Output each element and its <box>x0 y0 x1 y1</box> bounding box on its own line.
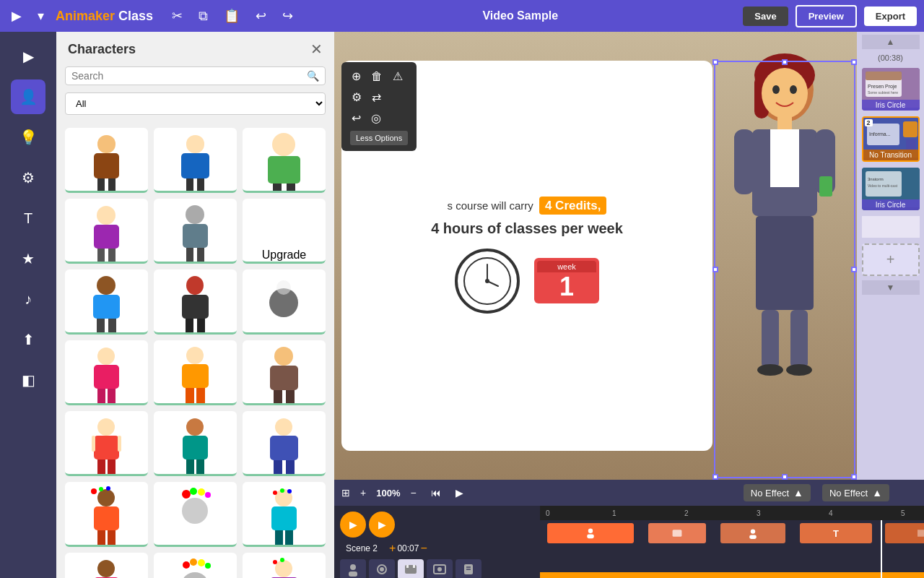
resize-handle-tl[interactable] <box>712 59 718 65</box>
character-item[interactable] <box>154 482 237 547</box>
svg-point-73 <box>280 488 284 493</box>
sidebar-item-upload[interactable]: ⬆ <box>11 322 45 357</box>
exit-effect-arrow[interactable]: ▲ <box>872 487 882 499</box>
sidebar-item-bg[interactable]: ◧ <box>11 363 45 397</box>
character-item[interactable] <box>154 269 237 335</box>
skip-back-button[interactable]: ⏮ <box>427 486 445 500</box>
toolbar-circle-btn[interactable]: ◎ <box>370 110 383 126</box>
svg-point-42 <box>97 418 115 436</box>
scene-thumb-1[interactable]: Presen Proje Some subtext here Iris Circ… <box>862 68 920 111</box>
zoom-in-button[interactable]: + <box>356 486 370 500</box>
track-char-2[interactable] <box>648 523 706 543</box>
character-item[interactable] <box>65 269 148 335</box>
character-item[interactable] <box>154 411 237 476</box>
redo-button[interactable]: ↪ <box>278 5 297 27</box>
sidebar-item-scenes[interactable]: 💡 <box>11 120 45 155</box>
zoom-out-button[interactable]: − <box>406 486 420 500</box>
upgrade-item[interactable]: Upgrade <box>243 199 326 264</box>
toolbar-trash-btn[interactable]: 🗑 <box>370 69 384 85</box>
play-button[interactable]: ▶ <box>7 5 26 27</box>
resize-handle-br[interactable] <box>851 474 857 480</box>
entry-effect-dropdown[interactable]: No Effect ▲ <box>744 484 811 501</box>
toolbar-warn-btn[interactable]: ⚠ <box>391 68 404 85</box>
play-all-button[interactable]: ▶ <box>369 512 395 538</box>
svg-rect-1 <box>94 153 119 178</box>
resize-handle-t[interactable] <box>782 59 788 65</box>
resize-handle-tr[interactable] <box>851 59 857 65</box>
svg-point-89 <box>280 558 284 562</box>
track-char-1[interactable] <box>547 523 634 543</box>
character-item[interactable] <box>65 340 148 405</box>
play-button-sm[interactable]: ▶ <box>340 512 366 538</box>
toolbar-move-btn[interactable]: ⊕ <box>350 68 362 85</box>
toolbar-undo-sm-btn[interactable]: ↩ <box>350 110 362 126</box>
entry-effect-arrow[interactable]: ▲ <box>793 487 803 499</box>
character-item[interactable] <box>243 128 326 193</box>
sidebar-item-play[interactable]: ▶ <box>11 39 45 74</box>
character-item[interactable] <box>154 199 237 264</box>
tl-film-icon <box>398 559 424 578</box>
sidebar-item-characters[interactable]: 👤 <box>11 79 45 114</box>
resize-handle-b[interactable] <box>782 474 788 480</box>
toolbar-settings-btn[interactable]: ⚙ <box>350 89 363 105</box>
scroll-down-button[interactable]: ▼ <box>862 280 920 295</box>
track-char-3[interactable] <box>720 523 785 543</box>
upgrade-label: Upgrade <box>262 249 306 262</box>
character-item[interactable] <box>65 128 148 193</box>
paste-button[interactable]: 📋 <box>219 5 244 27</box>
svg-point-137 <box>588 529 593 533</box>
slide-text-course: s course will carry 4 Credits, <box>448 199 607 213</box>
svg-point-84 <box>275 560 292 577</box>
character-item[interactable] <box>154 128 237 193</box>
sidebar-item-effects[interactable]: ⚙ <box>11 160 45 195</box>
copy-button[interactable]: ⧉ <box>194 6 212 27</box>
svg-rect-27 <box>197 319 205 332</box>
character-item[interactable] <box>65 482 148 547</box>
character-item[interactable] <box>65 411 148 476</box>
panel-close-button[interactable]: ✕ <box>310 40 323 58</box>
panel-title: Characters <box>68 42 136 57</box>
resize-handle-r[interactable] <box>851 267 857 272</box>
character-item[interactable] <box>65 553 148 578</box>
sidebar-item-audio[interactable]: ♪ <box>11 282 45 316</box>
track-text-1[interactable]: T <box>800 523 872 543</box>
toolbar-flip-btn[interactable]: ⇄ <box>370 89 383 105</box>
character-item[interactable] <box>243 482 326 547</box>
track-banner-1[interactable] <box>885 523 924 543</box>
scene-thumb-2[interactable]: 2 Informa... No Transition <box>862 116 920 162</box>
character-item[interactable] <box>65 199 148 264</box>
svg-rect-44 <box>97 460 105 474</box>
preview-button[interactable]: Preview <box>796 5 857 27</box>
cut-button[interactable]: ✂ <box>167 5 187 27</box>
left-sidebar: ▶ 👤 💡 ⚙ T ★ ♪ ⬆ ◧ <box>0 32 56 578</box>
svg-rect-33 <box>108 389 116 403</box>
play-sm-button[interactable]: ▶ <box>451 486 468 500</box>
scroll-up-button[interactable]: ▲ <box>862 35 920 49</box>
undo-button[interactable]: ↩ <box>251 5 271 27</box>
scene-thumb-3[interactable]: 3nstorm Video to multi-cast Iris Circle <box>862 168 920 210</box>
timer-display: (00:38) <box>875 52 906 64</box>
timeline-playhead[interactable] <box>881 520 882 578</box>
character-item[interactable] <box>243 340 326 405</box>
exit-effect-dropdown[interactable]: No Effect ▲ <box>822 484 889 501</box>
svg-rect-41 <box>286 390 295 403</box>
add-scene-button[interactable]: + <box>862 243 920 276</box>
save-button[interactable]: Save <box>743 7 788 26</box>
character-item[interactable] <box>154 553 237 578</box>
dropdown-button[interactable]: ▾ <box>33 5 48 27</box>
character-item[interactable] <box>243 269 326 335</box>
resize-handle-bl[interactable] <box>712 474 718 480</box>
svg-rect-130 <box>406 565 409 568</box>
character-item[interactable] <box>154 340 237 405</box>
character-item[interactable] <box>243 411 326 476</box>
top-bar: ▶ ▾ Animaker Class ✂ ⧉ 📋 ↩ ↪ Video Sampl… <box>0 0 924 32</box>
search-input[interactable] <box>71 70 307 82</box>
export-button[interactable]: Export <box>864 7 917 26</box>
category-select[interactable]: All <box>65 92 326 115</box>
sidebar-item-text[interactable]: T <box>11 201 45 236</box>
less-options-label[interactable]: Less Options <box>350 131 408 145</box>
resize-handle-l[interactable] <box>712 267 718 272</box>
grid-toggle-button[interactable]: ⊞ <box>341 487 350 499</box>
sidebar-item-favorites[interactable]: ★ <box>11 241 45 276</box>
character-item[interactable] <box>243 553 326 578</box>
